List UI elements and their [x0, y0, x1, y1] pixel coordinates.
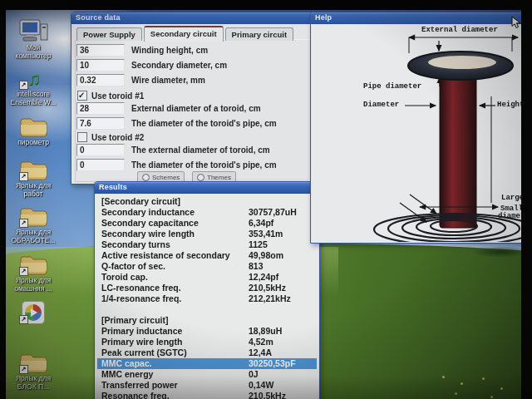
result-row[interactable]: Q-factor of sec. 813: [97, 261, 317, 272]
result-name: Active resistance of secondary: [101, 250, 230, 260]
field-label: The diameter of the toroid's pipe, cm: [131, 119, 277, 128]
tab[interactable]: Secondary circuit: [144, 26, 224, 42]
result-value: 210,5kHz: [249, 391, 286, 399]
results-list: [Secondary circuit] Secondary inductance…: [97, 196, 317, 399]
result-row[interactable]: Secondary turns 1125: [97, 239, 317, 250]
result-value: 49,98om: [249, 250, 283, 261]
result-row[interactable]: Transferred power 0,14W: [97, 380, 317, 391]
desktop-icon-pirometr[interactable]: пирометр: [7, 111, 59, 147]
result-value: 12,4A: [249, 347, 272, 358]
music-note-icon: ♫: [27, 68, 41, 90]
button-icon: [197, 174, 204, 181]
icon-label: Ensemble W...: [11, 98, 57, 106]
icon-label: Ярлык для: [16, 276, 51, 284]
field-input[interactable]: 7.6: [76, 117, 125, 130]
result-row[interactable]: Primary wire length 4,52m: [97, 337, 317, 347]
desktop-icon-shortcut-rabot[interactable]: ↗ Ярлык для работ: [7, 155, 59, 198]
results-titlebar[interactable]: Results: [95, 182, 319, 194]
field-label: The external diameter of toroid, cm: [131, 145, 270, 155]
result-row[interactable]: Active resistance of secondary 49,98om: [97, 250, 317, 261]
field-input[interactable]: 0: [76, 159, 125, 171]
result-row[interactable]: Secondary capacitance 6,34pf: [97, 218, 317, 229]
field-row: 7.6 The diameter of the toroid's pipe, c…: [76, 116, 277, 131]
result-name: Secondary capacitance: [101, 218, 199, 228]
my-computer-icon: [7, 17, 59, 43]
field-input[interactable]: 36: [76, 44, 125, 57]
desktop-icon-shortcut-omashnyaya[interactable]: ↗ Ярлык для омашняя ...: [7, 249, 59, 293]
field-row: 28 External diameter of a toroid, cm: [76, 101, 277, 116]
photo-frame: Мой компьютер ♫ ↗ intelliscore Ensemble …: [0, 0, 532, 399]
result-value: 6,34pf: [249, 218, 273, 229]
icon-label: intelliscore: [17, 90, 50, 98]
result-name: MMC energy: [101, 369, 153, 379]
source-data-body: Power SupplySecondary circuitPrimary cir…: [72, 25, 313, 184]
desktop-icon-shortcut-blok[interactable]: ↗ Ярлык для БЛОК П...: [7, 347, 59, 391]
secondary-fields: 36 Winding height, cm 10 Secondary diame…: [76, 42, 227, 87]
desktop-icon-intelliscore[interactable]: ♫ ↗ intelliscore Ensemble W...: [7, 63, 59, 106]
result-row[interactable]: 1/4-resonance freq. 212,21kHz: [97, 293, 317, 304]
result-row[interactable]: Resonance freq. 210,5kHz: [97, 391, 317, 399]
icon-label: Мой: [27, 43, 41, 52]
media-player-icon: ↗: [7, 298, 59, 324]
window-title: Help: [315, 13, 332, 22]
field-input[interactable]: 0: [76, 144, 125, 156]
result-name: Toroid cap.: [101, 272, 148, 282]
result-row[interactable]: MMC capac. 30250,53pF: [97, 358, 317, 369]
shortcut-arrow-icon: ↗: [19, 365, 28, 374]
icon-label: ОБРАБОТЕ...: [11, 236, 55, 244]
result-row[interactable]: Secondary inductance 30757,87uH: [97, 207, 317, 218]
desktop-icon-my-computer[interactable]: Мой компьютер: [7, 17, 59, 60]
field-input[interactable]: 28: [76, 102, 125, 115]
result-row[interactable]: [Secondary circuit]: [97, 196, 317, 207]
result-value: 30757,87uH: [249, 207, 297, 218]
checkbox-label: Use toroid #1: [91, 91, 144, 101]
wallpaper-flowers: [442, 376, 445, 378]
desktop-icon-media-player[interactable]: ↗: [7, 298, 59, 325]
button-icon: [142, 174, 150, 181]
folder-shortcut-icon: ↗: [7, 155, 59, 181]
result-name: [Secondary circuit]: [101, 196, 180, 206]
field-input[interactable]: 10: [76, 59, 125, 71]
field-row: 0 The external diameter of toroid, cm: [76, 142, 277, 157]
tab[interactable]: Power Supply: [76, 27, 142, 41]
desktop-icon-shortcut-obrabote[interactable]: ↗ Ярлык для ОБРАБОТЕ...: [7, 201, 59, 244]
icon-label: Ярлык для: [16, 228, 51, 236]
result-value: 353,41m: [249, 229, 283, 239]
result-value: 30250,53pF: [249, 358, 296, 369]
use-toroid-2-checkbox-row[interactable]: Use toroid #2: [77, 132, 144, 142]
label-diameter: Diameter: [363, 101, 399, 109]
icon-label: работ: [24, 190, 43, 198]
result-row[interactable]: [Primary circuit]: [97, 315, 317, 326]
result-name: Secondary wire length: [101, 229, 195, 239]
field-input[interactable]: 0.32: [76, 74, 125, 86]
folder-shortcut-icon: ↗: [7, 249, 59, 276]
result-row[interactable]: Primary inductance 18,89uH: [97, 326, 317, 337]
result-row[interactable]: Toroid cap. 12,24pf: [97, 272, 317, 283]
result-row[interactable]: [97, 304, 317, 315]
result-name: Secondary inductance: [101, 207, 195, 217]
label-external-diameter: External diameter: [421, 26, 498, 34]
label-height: Height: [497, 101, 521, 109]
result-name: 1/4-resonance freq.: [101, 293, 181, 303]
tab-strip: Power SupplySecondary circuitPrimary cir…: [76, 26, 293, 41]
help-titlebar[interactable]: Help: [311, 12, 521, 24]
result-name: [Primary circuit]: [101, 315, 169, 325]
result-name: Peak current (SGTC): [101, 347, 187, 357]
result-row[interactable]: MMC energy 0J: [97, 369, 317, 380]
result-row[interactable]: LC-resonance freq. 210,5kHz: [97, 283, 317, 293]
result-value: 0J: [249, 369, 259, 380]
result-row[interactable]: Secondary wire length 353,41m: [97, 229, 317, 239]
result-value: 212,21kHz: [249, 293, 291, 304]
tesla-coil-diagram: [312, 25, 521, 242]
source-data-titlebar[interactable]: Source data: [71, 12, 314, 24]
result-row[interactable]: Peak current (SGTC) 12,4A: [97, 347, 317, 358]
checkbox-icon[interactable]: [77, 132, 87, 142]
results-window: Results [Secondary circuit] Secondary in…: [94, 181, 320, 399]
field-row: 36 Winding height, cm: [76, 42, 227, 57]
use-toroid-1-checkbox-row[interactable]: Use toroid #1: [77, 91, 144, 101]
toroid2-fields: 0 The external diameter of toroid, cm 0 …: [76, 142, 277, 172]
icon-label: БЛОК П...: [17, 382, 49, 391]
tab[interactable]: Primary circuit: [225, 27, 294, 41]
field-label: Wire diameter, mm: [131, 76, 205, 85]
checkbox-icon[interactable]: [77, 91, 87, 101]
